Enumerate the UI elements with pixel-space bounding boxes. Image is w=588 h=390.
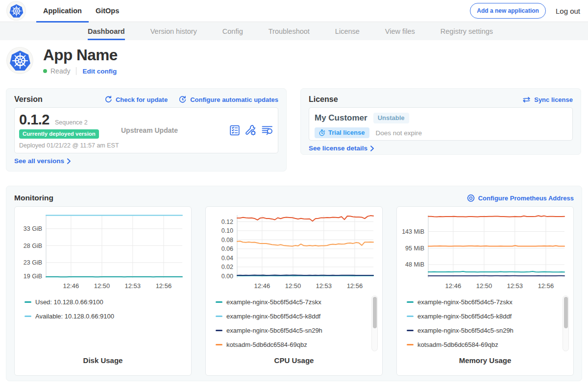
cpu-usage-chart: 12:4612:5012:5312:560.120.100.080.060.04… — [206, 207, 382, 293]
legend-item: kotsadm-5db6dc6584-69qbz — [397, 338, 564, 352]
legend-label: example-nginx-5bc6f5d4c5-k8ddf — [417, 313, 512, 320]
gear-icon — [467, 194, 475, 202]
legend-item: example-nginx-5bc6f5d4c5-sn29h — [206, 323, 373, 338]
monitoring-card: Monitoring Configure Prometheus Address … — [6, 186, 582, 381]
nav-tab-gitops-label: GitOps — [96, 7, 119, 15]
add-application-button[interactable]: Add a new application — [470, 3, 546, 19]
see-license-details-link[interactable]: See license details — [309, 145, 374, 152]
legend-label: kotsadm-5db6dc6584-69qbz — [226, 341, 307, 348]
legend-label: example-nginx-5bc6f5d4c5-k8ddf — [226, 313, 320, 320]
scrollbar-thumb[interactable] — [373, 297, 377, 328]
channel-badge: Unstable — [373, 113, 409, 123]
legend-item: Available: 10.128.0.66:9100 — [15, 309, 182, 323]
svg-text:12:53: 12:53 — [507, 282, 523, 290]
svg-text:28 GiB: 28 GiB — [24, 243, 42, 249]
memory-usage-title: Memory Usage — [397, 356, 573, 365]
app-header: App Name Ready Edit config — [0, 40, 588, 88]
version-card: Version Check for update Configure au — [6, 88, 287, 171]
logout-button[interactable]: Log out — [556, 7, 581, 15]
preflight-checks-icon[interactable] — [229, 124, 241, 136]
disk-usage-chart: 12:4612:5012:5312:5633 GiB28 GiB23 GiB19… — [15, 207, 191, 293]
tab-config[interactable]: Config — [210, 22, 256, 40]
kubernetes-logo-icon — [7, 1, 25, 20]
nav-tab-application-label: Application — [43, 7, 82, 15]
chevron-right-icon — [370, 146, 374, 151]
page-title: App Name — [43, 46, 118, 64]
subnav-tabs: Dashboard Version history Config Trouble… — [75, 22, 506, 40]
edit-config-icon[interactable] — [245, 124, 257, 136]
app-subnav: Dashboard Version history Config Trouble… — [0, 22, 588, 40]
legend-item: example-nginx-5bc6f5d4c5-k8ddf — [206, 309, 373, 323]
sync-license-link[interactable]: Sync license — [522, 96, 573, 103]
tab-view-files-label: View files — [385, 27, 415, 35]
tab-version-history[interactable]: Version history — [138, 22, 210, 40]
svg-text:12:53: 12:53 — [316, 282, 332, 290]
svg-text:0.10: 0.10 — [221, 227, 233, 234]
navbar-right: Add a new application Log out — [470, 3, 581, 19]
see-all-versions-link[interactable]: See all versions — [14, 157, 71, 165]
deploy-logs-icon[interactable] — [261, 124, 273, 136]
legend-label: Available: 10.128.0.66:9100 — [35, 313, 114, 320]
license-expiry-text: Does not expire — [375, 129, 422, 137]
svg-text:12:53: 12:53 — [125, 282, 141, 290]
status-separator — [76, 67, 76, 75]
legend-dash — [407, 301, 414, 303]
tab-license-label: License — [335, 27, 360, 35]
svg-text:0.00: 0.00 — [221, 273, 233, 280]
customer-name: My Customer — [315, 113, 368, 123]
memory-usage-legend: example-nginx-5bc6f5d4c5-7zskx example-n… — [397, 295, 564, 356]
license-type-label: Trial license — [328, 129, 365, 136]
scrollbar-thumb[interactable] — [564, 297, 568, 328]
svg-text:0.04: 0.04 — [221, 255, 233, 262]
legend-item: example-nginx-5bc6f5d4c5-7zskx — [397, 295, 564, 309]
tab-dashboard-label: Dashboard — [88, 27, 125, 35]
legend-label: example-nginx-5bc6f5d4c5-sn29h — [417, 327, 514, 334]
tab-view-files[interactable]: View files — [372, 22, 428, 40]
license-box: My Customer Unstable Trial license Does … — [309, 107, 573, 141]
see-all-versions-label: See all versions — [14, 157, 64, 165]
nav-tab-application[interactable]: Application — [36, 0, 89, 22]
configure-prometheus-label: Configure Prometheus Address — [478, 195, 574, 202]
sync-license-label: Sync license — [534, 96, 573, 103]
legend-scrollbar[interactable] — [371, 295, 378, 351]
refresh-icon — [104, 96, 112, 103]
nav-tab-gitops[interactable]: GitOps — [89, 0, 126, 22]
svg-text:0.06: 0.06 — [221, 245, 233, 252]
license-card: License Sync license My Customer Unstabl… — [300, 88, 581, 155]
license-type-badge: Trial license — [315, 127, 369, 138]
tab-license[interactable]: License — [322, 22, 372, 40]
tab-version-history-label: Version history — [150, 27, 197, 35]
svg-text:12:46: 12:46 — [254, 282, 270, 290]
legend-item: example-nginx-5bc6f5d4c5-7zskx — [206, 295, 373, 309]
edit-config-link[interactable]: Edit config — [82, 68, 117, 75]
legend-item: kotsadm-5db6dc6584-69qbz — [206, 338, 373, 352]
tab-dashboard[interactable]: Dashboard — [75, 22, 138, 40]
legend-dash — [216, 301, 222, 303]
legend-scrollbar[interactable] — [563, 295, 569, 351]
disk-usage-legend: Used: 10.128.0.66:9100 Available: 10.128… — [15, 295, 182, 356]
svg-text:48 MiB: 48 MiB — [405, 261, 424, 268]
cpu-usage-title: CPU Usage — [206, 356, 382, 365]
legend-dash — [407, 316, 414, 317]
license-card-title: License — [309, 95, 338, 104]
check-for-update-link[interactable]: Check for update — [104, 96, 168, 103]
svg-text:12:56: 12:56 — [156, 282, 172, 290]
configure-prometheus-link[interactable]: Configure Prometheus Address — [467, 194, 574, 202]
svg-text:0.02: 0.02 — [221, 264, 233, 270]
tab-troubleshoot[interactable]: Troubleshoot — [256, 22, 322, 40]
tab-registry-settings[interactable]: Registry settings — [428, 22, 506, 40]
version-number: 0.1.2 — [19, 112, 49, 128]
memory-usage-chart: 12:4612:5012:5312:56143 MiB95 MiB48 MiB — [397, 207, 573, 293]
chevron-right-icon — [67, 158, 71, 164]
legend-label: example-nginx-5bc6f5d4c5-7zskx — [417, 298, 513, 306]
charts-row: 12:4612:5012:5312:5633 GiB28 GiB23 GiB19… — [14, 206, 574, 376]
memory-usage-chart-card: 12:4612:5012:5312:56143 MiB95 MiB48 MiB … — [396, 206, 574, 376]
configure-automatic-updates-link[interactable]: Configure automatic updates — [178, 96, 278, 104]
stopwatch-icon — [318, 129, 325, 136]
legend-item: example-nginx-5bc6f5d4c5-sn29h — [397, 323, 564, 338]
svg-text:19 GiB: 19 GiB — [24, 273, 42, 280]
schedule-update-icon — [178, 96, 187, 104]
tab-registry-settings-label: Registry settings — [441, 27, 493, 35]
version-sequence: Sequence 2 — [55, 119, 88, 126]
legend-dash — [216, 316, 222, 317]
